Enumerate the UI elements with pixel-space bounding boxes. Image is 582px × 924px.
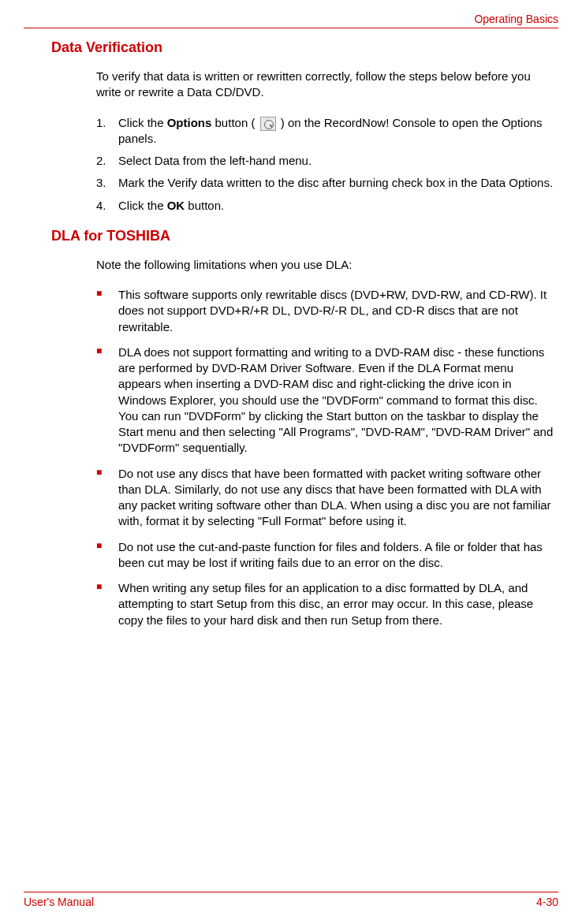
heading-data-verification: Data Verification [51, 39, 558, 56]
dla-bullets: This software supports only rewritable d… [96, 287, 558, 628]
step-1-bold: Options [167, 116, 212, 129]
bullet-2: DLA does not support formatting and writ… [96, 345, 558, 456]
step-4-bold: OK [167, 199, 185, 212]
step-1: Click the Options button ( ) on the Reco… [96, 115, 558, 147]
footer-left: User's Manual [24, 896, 94, 908]
step-4-text-pre: Click the [118, 199, 167, 212]
bullet-1: This software supports only rewritable d… [96, 287, 558, 335]
magnifier-icon [260, 117, 276, 131]
step-2: Select Data from the left-hand menu. [96, 153, 558, 169]
intro-paragraph: To verify that data is written or rewrit… [96, 69, 558, 101]
page-footer: User's Manual 4-30 [24, 892, 558, 908]
section-title: Operating Basics [474, 13, 558, 25]
page-content: Data Verification To verify that data is… [24, 39, 558, 638]
dla-intro: Note the following limitations when you … [96, 257, 558, 273]
bullet-3: Do not use any discs that have been form… [96, 466, 558, 530]
bullet-4: Do not use the cut-and-paste function fo… [96, 539, 558, 572]
heading-dla: DLA for TOSHIBA [51, 228, 558, 244]
step-4-text-post: button. [185, 199, 224, 212]
bullet-5: When writing any setup files for an appl… [96, 580, 558, 628]
step-1-text-mid: button ( [211, 116, 258, 129]
step-4: Click the OK button. [96, 198, 558, 214]
steps-list: Click the Options button ( ) on the Reco… [96, 115, 558, 214]
step-3: Mark the Verify data written to the disc… [96, 175, 558, 191]
page-header: Operating Basics [24, 13, 558, 28]
step-1-text-pre: Click the [118, 116, 167, 129]
footer-right: 4-30 [536, 896, 558, 908]
